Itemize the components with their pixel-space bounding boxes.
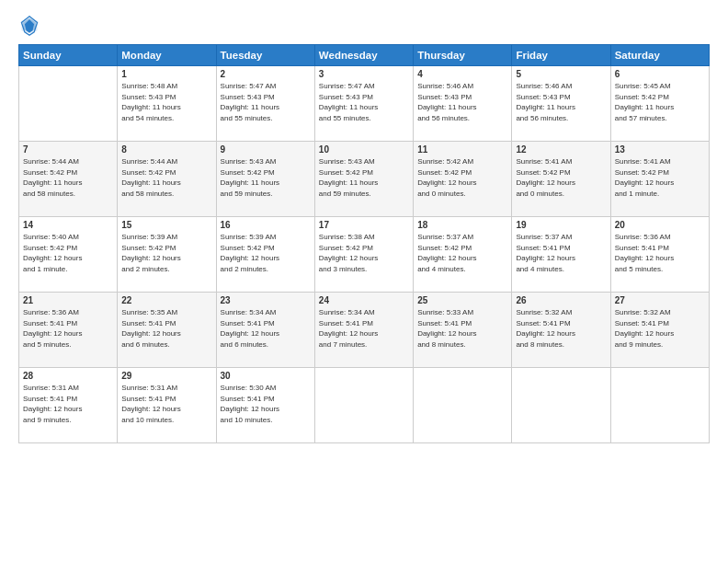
day-number: 4: [417, 69, 507, 79]
week-row-1: 1Sunrise: 5:48 AM Sunset: 5:43 PM Daylig…: [19, 66, 710, 142]
calendar-cell: 30Sunrise: 5:30 AM Sunset: 5:41 PM Dayli…: [216, 368, 314, 443]
day-info: Sunrise: 5:39 AM Sunset: 5:42 PM Dayligh…: [221, 232, 311, 274]
day-number: 9: [221, 144, 311, 155]
day-info: Sunrise: 5:43 AM Sunset: 5:42 PM Dayligh…: [319, 156, 409, 199]
day-number: 30: [221, 371, 311, 381]
week-row-5: 28Sunrise: 5:31 AM Sunset: 5:41 PM Dayli…: [19, 368, 710, 443]
day-number: 18: [417, 220, 507, 230]
day-info: Sunrise: 5:47 AM Sunset: 5:43 PM Dayligh…: [319, 81, 409, 123]
day-number: 10: [319, 144, 409, 155]
day-number: 17: [319, 220, 409, 230]
day-info: Sunrise: 5:48 AM Sunset: 5:43 PM Dayligh…: [121, 81, 211, 123]
calendar-cell: 10Sunrise: 5:43 AM Sunset: 5:42 PM Dayli…: [314, 142, 413, 217]
day-number: 23: [221, 295, 311, 305]
day-info: Sunrise: 5:44 AM Sunset: 5:42 PM Dayligh…: [121, 156, 211, 199]
calendar-cell: 12Sunrise: 5:41 AM Sunset: 5:42 PM Dayli…: [512, 142, 610, 217]
day-info: Sunrise: 5:30 AM Sunset: 5:41 PM Dayligh…: [221, 383, 311, 425]
calendar-cell: [19, 66, 118, 142]
day-number: 3: [319, 69, 409, 79]
day-info: Sunrise: 5:37 AM Sunset: 5:41 PM Dayligh…: [516, 232, 606, 274]
day-info: Sunrise: 5:39 AM Sunset: 5:42 PM Dayligh…: [121, 232, 211, 274]
col-header-tuesday: Tuesday: [216, 45, 314, 66]
day-info: Sunrise: 5:47 AM Sunset: 5:43 PM Dayligh…: [221, 81, 311, 123]
day-number: 27: [615, 295, 705, 305]
day-info: Sunrise: 5:33 AM Sunset: 5:41 PM Dayligh…: [417, 307, 507, 350]
day-number: 11: [417, 144, 507, 155]
page: SundayMondayTuesdayWednesdayThursdayFrid…: [0, 0, 728, 563]
day-number: 25: [417, 295, 507, 305]
day-info: Sunrise: 5:35 AM Sunset: 5:41 PM Dayligh…: [121, 307, 211, 350]
calendar-cell: 4Sunrise: 5:46 AM Sunset: 5:43 PM Daylig…: [414, 66, 512, 142]
day-info: Sunrise: 5:32 AM Sunset: 5:41 PM Dayligh…: [516, 307, 606, 350]
calendar-cell: 21Sunrise: 5:36 AM Sunset: 5:41 PM Dayli…: [19, 293, 118, 368]
calendar-cell: 1Sunrise: 5:48 AM Sunset: 5:43 PM Daylig…: [118, 66, 216, 142]
calendar-cell: 5Sunrise: 5:46 AM Sunset: 5:43 PM Daylig…: [512, 66, 610, 142]
day-info: Sunrise: 5:32 AM Sunset: 5:41 PM Dayligh…: [615, 307, 705, 350]
day-number: 22: [121, 295, 211, 305]
day-number: 20: [615, 220, 705, 230]
calendar-cell: 24Sunrise: 5:34 AM Sunset: 5:41 PM Dayli…: [314, 293, 413, 368]
day-number: 8: [121, 144, 211, 155]
col-header-sunday: Sunday: [19, 45, 118, 66]
day-number: 26: [516, 295, 606, 305]
week-row-4: 21Sunrise: 5:36 AM Sunset: 5:41 PM Dayli…: [19, 293, 710, 368]
calendar-cell: 26Sunrise: 5:32 AM Sunset: 5:41 PM Dayli…: [512, 293, 610, 368]
day-number: 29: [121, 371, 211, 381]
day-number: 16: [221, 220, 311, 230]
calendar-cell: 3Sunrise: 5:47 AM Sunset: 5:43 PM Daylig…: [314, 66, 413, 142]
day-number: 19: [516, 220, 606, 230]
col-header-monday: Monday: [118, 45, 216, 66]
day-number: 7: [23, 144, 113, 155]
week-row-2: 7Sunrise: 5:44 AM Sunset: 5:42 PM Daylig…: [19, 142, 710, 217]
day-info: Sunrise: 5:45 AM Sunset: 5:42 PM Dayligh…: [615, 81, 705, 123]
day-number: 12: [516, 144, 606, 155]
calendar-cell: 6Sunrise: 5:45 AM Sunset: 5:42 PM Daylig…: [610, 66, 709, 142]
day-info: Sunrise: 5:31 AM Sunset: 5:41 PM Dayligh…: [23, 383, 113, 425]
logo-icon: [18, 15, 40, 37]
calendar-cell: 15Sunrise: 5:39 AM Sunset: 5:42 PM Dayli…: [118, 217, 216, 293]
calendar-table: SundayMondayTuesdayWednesdayThursdayFrid…: [18, 44, 710, 443]
day-number: 5: [516, 69, 606, 79]
calendar-cell: 23Sunrise: 5:34 AM Sunset: 5:41 PM Dayli…: [216, 293, 314, 368]
day-info: Sunrise: 5:40 AM Sunset: 5:42 PM Dayligh…: [23, 232, 113, 274]
calendar-cell: 20Sunrise: 5:36 AM Sunset: 5:41 PM Dayli…: [610, 217, 709, 293]
calendar-cell: 7Sunrise: 5:44 AM Sunset: 5:42 PM Daylig…: [19, 142, 118, 217]
logo: [18, 15, 44, 37]
day-info: Sunrise: 5:41 AM Sunset: 5:42 PM Dayligh…: [615, 156, 705, 199]
day-number: 24: [319, 295, 409, 305]
calendar-cell: 9Sunrise: 5:43 AM Sunset: 5:42 PM Daylig…: [216, 142, 314, 217]
day-info: Sunrise: 5:41 AM Sunset: 5:42 PM Dayligh…: [516, 156, 606, 199]
calendar-cell: 28Sunrise: 5:31 AM Sunset: 5:41 PM Dayli…: [19, 368, 118, 443]
col-header-thursday: Thursday: [414, 45, 512, 66]
day-info: Sunrise: 5:36 AM Sunset: 5:41 PM Dayligh…: [615, 232, 705, 274]
calendar-cell: 29Sunrise: 5:31 AM Sunset: 5:41 PM Dayli…: [118, 368, 216, 443]
day-info: Sunrise: 5:34 AM Sunset: 5:41 PM Dayligh…: [221, 307, 311, 350]
col-header-friday: Friday: [512, 45, 610, 66]
calendar-cell: 27Sunrise: 5:32 AM Sunset: 5:41 PM Dayli…: [610, 293, 709, 368]
week-row-3: 14Sunrise: 5:40 AM Sunset: 5:42 PM Dayli…: [19, 217, 710, 293]
day-number: 13: [615, 144, 705, 155]
col-header-wednesday: Wednesday: [314, 45, 413, 66]
calendar-cell: 17Sunrise: 5:38 AM Sunset: 5:42 PM Dayli…: [314, 217, 413, 293]
calendar-cell: [512, 368, 610, 443]
calendar-cell: 13Sunrise: 5:41 AM Sunset: 5:42 PM Dayli…: [610, 142, 709, 217]
calendar-cell: [314, 368, 413, 443]
day-number: 15: [121, 220, 211, 230]
calendar-cell: [610, 368, 709, 443]
day-number: 1: [121, 69, 211, 79]
day-info: Sunrise: 5:42 AM Sunset: 5:42 PM Dayligh…: [417, 156, 507, 199]
day-number: 2: [221, 69, 311, 79]
day-info: Sunrise: 5:38 AM Sunset: 5:42 PM Dayligh…: [319, 232, 409, 274]
header: [18, 15, 710, 37]
calendar-cell: 16Sunrise: 5:39 AM Sunset: 5:42 PM Dayli…: [216, 217, 314, 293]
day-number: 21: [23, 295, 113, 305]
col-header-saturday: Saturday: [610, 45, 709, 66]
calendar-cell: 22Sunrise: 5:35 AM Sunset: 5:41 PM Dayli…: [118, 293, 216, 368]
day-info: Sunrise: 5:37 AM Sunset: 5:42 PM Dayligh…: [417, 232, 507, 274]
day-number: 14: [23, 220, 113, 230]
calendar-cell: 14Sunrise: 5:40 AM Sunset: 5:42 PM Dayli…: [19, 217, 118, 293]
day-info: Sunrise: 5:34 AM Sunset: 5:41 PM Dayligh…: [319, 307, 409, 350]
calendar-cell: 18Sunrise: 5:37 AM Sunset: 5:42 PM Dayli…: [414, 217, 512, 293]
day-number: 6: [615, 69, 705, 79]
day-info: Sunrise: 5:46 AM Sunset: 5:43 PM Dayligh…: [516, 81, 606, 123]
